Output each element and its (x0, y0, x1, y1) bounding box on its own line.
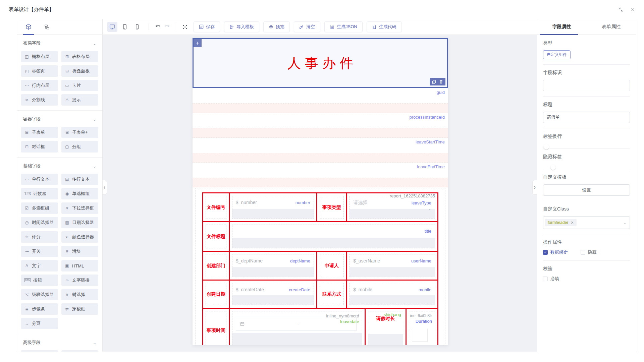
palette-item-table-layout[interactable]: ⊞表格布局 (61, 51, 98, 62)
component-actions (430, 78, 445, 85)
label-cell-create-dept[interactable]: 创建部门 (203, 252, 230, 280)
generate-json-button[interactable]: 生成JSON (324, 21, 363, 32)
palette-item-checkbox-group[interactable]: ☑多选框组 (21, 202, 58, 214)
palette-item-input[interactable]: ▭单行文本 (21, 174, 58, 185)
input-cell-create-date[interactable]: $_createDatecreateDate (230, 281, 317, 308)
palette-item-custom-component[interactable]: ⚙自定义组件 (61, 350, 98, 352)
input-cell-mobile[interactable]: $_mobilemobile (347, 281, 437, 308)
hidden-component-row[interactable] (193, 128, 448, 138)
label-cell-file-title[interactable]: 文件标题 (203, 222, 230, 251)
input-cell-dept-name[interactable]: $_deptNamedeptName (230, 252, 317, 280)
collapse-panel-icon: ⊟ (64, 69, 70, 73)
tab-outline[interactable] (44, 19, 50, 35)
palette-item-select[interactable]: ▾下拉选择框 (61, 202, 98, 214)
section-header-basic[interactable]: 基础字段 (21, 163, 98, 169)
palette-item-button[interactable]: BTN按钮 (21, 275, 58, 286)
form-header-component-selected[interactable]: 人事办件 (193, 38, 448, 88)
hidden-component-row[interactable] (193, 153, 448, 163)
generate-code-button[interactable]: 生成代码 (367, 21, 402, 32)
field-key-input[interactable] (543, 80, 630, 91)
collapse-left-panel-handle[interactable] (103, 180, 107, 195)
palette-item-collapse[interactable]: ⊟折叠面板 (61, 65, 98, 77)
duration-label-cell[interactable]: shichang 请假时长 (366, 309, 407, 345)
copy-icon[interactable] (432, 80, 436, 84)
close-icon[interactable] (630, 7, 635, 12)
palette-item-steps[interactable]: ≣步骤条 (21, 303, 58, 315)
palette-item-subform-plus[interactable]: ⊞子表单+ (61, 127, 98, 138)
palette-item-slider[interactable]: ≡滑块 (61, 246, 98, 257)
exit-fullscreen-icon[interactable] (618, 7, 624, 12)
section-header-container[interactable]: 容器字段 (21, 116, 98, 122)
undo-button[interactable] (153, 22, 162, 32)
clear-button[interactable]: 清空 (294, 21, 320, 32)
palette-item-alert[interactable]: ⚠提示 (61, 94, 98, 106)
palette-item-link[interactable]: ∞文字链接 (61, 275, 98, 286)
form-canvas[interactable]: 人事办件 guid processInstanceId leaveStartTi… (103, 35, 537, 352)
save-button[interactable]: 保存 (194, 21, 220, 32)
palette-item-text[interactable]: A文字 (21, 260, 58, 272)
palette-item-inline-layout[interactable]: ⋯行内布局 (21, 80, 58, 91)
title-input[interactable]: 请假单 (543, 112, 630, 123)
device-phone-button[interactable] (132, 22, 142, 32)
palette-item-switch[interactable]: ⊶开关 (21, 246, 58, 257)
palette-item-card[interactable]: ▭卡片 (61, 80, 98, 91)
hidden-checkbox[interactable]: 隐藏 (581, 249, 597, 255)
label-cell-contact[interactable]: 联系方式 (317, 281, 347, 308)
palette-item-grid-layout[interactable]: ◫栅格布局 (21, 51, 58, 62)
hidden-component-row[interactable] (193, 104, 448, 113)
device-desktop-button[interactable] (107, 22, 117, 32)
remove-tag-icon[interactable] (571, 221, 574, 225)
required-checkbox[interactable]: 必填 (543, 276, 630, 282)
section-header-advanced[interactable]: 高级字段 (21, 340, 98, 346)
palette-item-radio-group[interactable]: ◉单选框组 (61, 188, 98, 199)
palette-item-tabs[interactable]: ◰标签页 (21, 65, 58, 77)
palette-item-tree-select[interactable]: ⋔树选择 (61, 289, 98, 300)
hidden-field-row[interactable]: processInstanceId (193, 113, 448, 128)
collapse-right-panel-handle[interactable] (532, 180, 537, 195)
hidden-field-row[interactable]: leaveEndTime (193, 163, 448, 178)
palette-item-group[interactable]: ▢分组 (61, 141, 98, 153)
input-cell-user-name[interactable]: $_userNameuserName (347, 252, 437, 280)
trash-icon[interactable] (439, 80, 443, 84)
device-tablet-button[interactable] (120, 22, 130, 32)
palette-item-pagination[interactable]: ↔分页 (21, 318, 58, 329)
tab-field-properties[interactable]: 字段属性 (537, 19, 587, 35)
label-cell-file-number[interactable]: 文件编号 (203, 193, 230, 221)
label-cell-matter-time[interactable]: 事项时间 (203, 309, 230, 345)
input-cell-title[interactable]: title (230, 222, 437, 251)
palette-item-date-picker[interactable]: ▦日期选择器 (61, 217, 98, 228)
palette-item-counter[interactable]: 123计数器 (21, 188, 58, 199)
hidden-field-row[interactable]: guid (193, 88, 448, 104)
settings-button[interactable]: 设置 (543, 184, 630, 196)
duration-input[interactable] (412, 329, 428, 342)
tab-components[interactable] (25, 19, 32, 35)
label-cell-create-date[interactable]: 创建日期 (203, 281, 230, 308)
redo-button[interactable] (162, 22, 172, 32)
palette-item-custom-area[interactable]: ⌂自定义区域 (21, 350, 58, 352)
data-bind-checkbox[interactable]: 数据绑定 (543, 249, 568, 255)
date-range-cell[interactable]: inline_nym8mcrdleavedate - (230, 309, 366, 345)
palette-item-time-picker[interactable]: ◷时间选择器 (21, 217, 58, 228)
label-cell-matter-type[interactable]: 事项类型 (317, 193, 347, 221)
move-handle-icon[interactable] (194, 39, 202, 47)
section-header-layout[interactable]: 布局字段 (21, 40, 98, 46)
palette-item-divider[interactable]: ≋分割线 (21, 94, 58, 106)
fullscreen-button[interactable] (180, 22, 190, 32)
palette-item-cascader[interactable]: ⌥级联选择器 (21, 289, 58, 300)
palette-item-subform[interactable]: ⊞子表单 (21, 127, 58, 138)
palette-item-dialog[interactable]: ⊡对话框 (21, 141, 58, 153)
palette-item-rate[interactable]: ☆评分 (21, 231, 58, 243)
preview-button[interactable]: 预览 (263, 21, 290, 32)
hidden-component-row[interactable] (193, 178, 448, 187)
palette-item-color-picker[interactable]: ◐颜色选择器 (61, 231, 98, 243)
input-cell-number[interactable]: $_numbernumber (230, 193, 317, 221)
palette-item-transfer[interactable]: ⇄穿梭框 (61, 303, 98, 315)
palette-item-textarea[interactable]: ▤多行文本 (61, 174, 98, 185)
tab-form-properties[interactable]: 表单属性 (587, 19, 636, 35)
palette-item-html[interactable]: ▣HTML (61, 260, 98, 272)
hidden-field-row[interactable]: leaveStartTime (193, 138, 448, 153)
label-cell-applicant[interactable]: 申请人 (317, 252, 347, 280)
duration-input-cell[interactable]: ine_6ai0h8lrDuration (407, 309, 437, 345)
class-select[interactable]: formheader (543, 216, 630, 229)
import-template-button[interactable]: 导入模板 (224, 21, 259, 32)
